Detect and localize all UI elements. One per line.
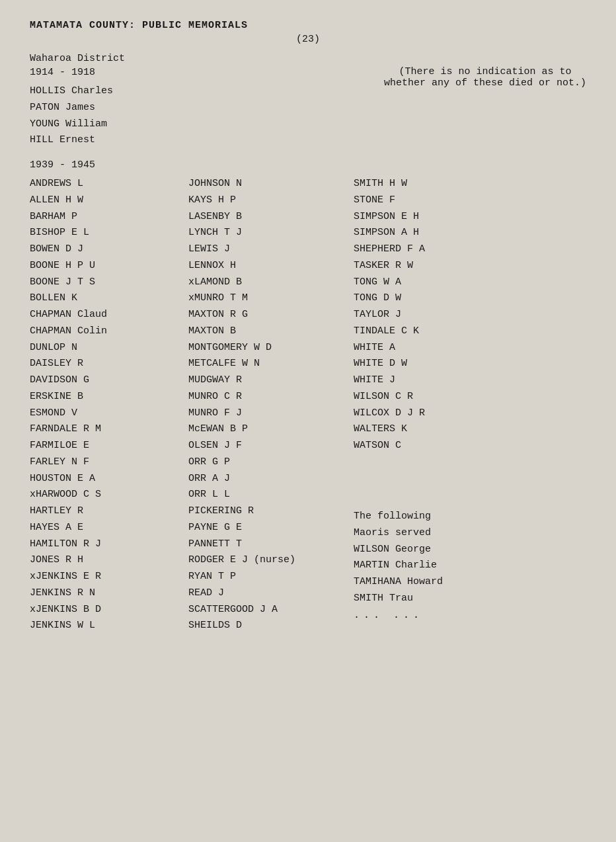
list-item: WALTERS K [354, 421, 499, 438]
list-item: SIMPSON E H [354, 209, 499, 226]
list-item: RODGER E J (nurse) [188, 552, 340, 569]
list-item: BOLLEN K [30, 290, 175, 307]
list-item: PANNETT T [188, 536, 340, 553]
note-line2: whether any of these died or not.) [384, 77, 586, 89]
list-item: xJENKINS E R [30, 569, 175, 585]
list-item: ORR A J [188, 471, 340, 487]
list-item: LENNOX H [188, 258, 340, 274]
list-item: BOONE H P U [30, 258, 175, 274]
list-item: HAYES A E [30, 520, 175, 536]
list-item: WHITE A [354, 340, 499, 357]
list-item: LASENBY B [188, 209, 340, 226]
ellipsis: ... ... [354, 610, 499, 621]
ww1-name-4: HILL Ernest [30, 132, 125, 149]
maori-name-martin-charlie: MARTIN Charlie [354, 558, 499, 574]
list-item: WATSON C [354, 438, 499, 454]
list-item: MUDGWAY R [188, 372, 340, 389]
names-grid: ANDREWS L ALLEN H W BARHAM P BISHOP E L … [30, 176, 586, 634]
list-item: DUNLOP N [30, 340, 175, 357]
list-item: CHAPMAN Claud [30, 307, 175, 323]
list-item: HOUSTON E A [30, 471, 175, 487]
district-block: Waharoa District 1914 - 1918 HOLLIS Char… [30, 53, 586, 149]
following-label-1: The following [354, 509, 499, 525]
list-item: xLAMOND B [188, 274, 340, 291]
maori-name-1: WILSON George [354, 542, 499, 558]
list-item: WHITE J [354, 372, 499, 389]
ww1-name-1: HOLLIS Charles [30, 83, 125, 100]
list-item: READ J [188, 585, 340, 602]
following-label-2: Maoris served [354, 525, 499, 542]
list-item: WHITE D W [354, 356, 499, 372]
page-container: MATAMATA COUNTY: PUBLIC MEMORIALS (23) W… [30, 20, 586, 634]
list-item: STONE F [354, 192, 499, 209]
list-item: FARMILOE E [30, 438, 175, 454]
column-3: SMITH H W STONE F SIMPSON E H SIMPSON A … [354, 176, 499, 634]
following-block: The following Maoris served [354, 509, 499, 542]
list-item: MUNRO F J [188, 405, 340, 422]
list-item: SMITH H W [354, 176, 499, 192]
list-item: RYAN T P [188, 569, 340, 585]
list-item: MONTGOMERY W D [188, 340, 340, 357]
ww1-name-2: PATON James [30, 100, 125, 116]
list-item: ORR G P [188, 454, 340, 471]
ww2-year-range: 1939 - 1945 [30, 159, 586, 171]
list-item: ERSKINE B [30, 389, 175, 405]
district-left: Waharoa District 1914 - 1918 HOLLIS Char… [30, 53, 125, 149]
note-line1: (There is no indication as to [384, 66, 586, 77]
list-item: PAYNE G E [188, 520, 340, 536]
list-item: WILCOX D J R [354, 405, 499, 422]
list-item: DAISLEY R [30, 356, 175, 372]
list-item: ORR L L [188, 487, 340, 503]
list-item: METCALFE W N [188, 356, 340, 372]
column-1: ANDREWS L ALLEN H W BARHAM P BISHOP E L … [30, 176, 175, 634]
list-item: JONES R H [30, 552, 175, 569]
page-number: (23) [30, 34, 586, 45]
list-item: SHEPHERD F A [354, 241, 499, 258]
list-item: SIMPSON A H [354, 225, 499, 241]
list-item: BOWEN D J [30, 241, 175, 258]
list-item: McEWAN B P [188, 421, 340, 438]
list-item: HAMILTON R J [30, 536, 175, 553]
list-item: LEWIS J [188, 241, 340, 258]
list-item: PICKERING R [188, 503, 340, 520]
list-item: ALLEN H W [30, 192, 175, 209]
district-name: Waharoa District [30, 53, 125, 64]
list-item: FARLEY N F [30, 454, 175, 471]
list-item: xHARWOOD C S [30, 487, 175, 503]
list-item: TASKER R W [354, 258, 499, 274]
list-item: LYNCH T J [188, 225, 340, 241]
maori-name-3: TAMIHANA Howard [354, 574, 499, 591]
list-item: MAXTON R G [188, 307, 340, 323]
list-item: ANDREWS L [30, 176, 175, 192]
list-item: OLSEN J F [188, 438, 340, 454]
list-item: BARHAM P [30, 209, 175, 226]
list-item: JENKINS R N [30, 585, 175, 602]
list-item: CHAPMAN Colin [30, 323, 175, 340]
list-item: ESMOND V [30, 405, 175, 422]
list-item: MUNRO C R [188, 389, 340, 405]
list-item: TONG D W [354, 290, 499, 307]
list-item [354, 454, 499, 471]
column-2: JOHNSON N KAYS H P LASENBY B LYNCH T J L… [188, 176, 340, 634]
ww1-name-3: YOUNG William [30, 116, 125, 133]
list-item: MAXTON B [188, 323, 340, 340]
list-item [354, 471, 499, 487]
list-item: TONG W A [354, 274, 499, 291]
list-item: BISHOP E L [30, 225, 175, 241]
page-title: MATAMATA COUNTY: PUBLIC MEMORIALS [30, 20, 586, 31]
district-note: (There is no indication as to whether an… [384, 66, 586, 89]
list-item: JENKINS W L [30, 618, 175, 634]
list-item: KAYS H P [188, 192, 340, 209]
list-item [354, 487, 499, 503]
list-item: DAVIDSON G [30, 372, 175, 389]
list-item: SCATTERGOOD J A [188, 602, 340, 618]
list-item: FARNDALE R M [30, 421, 175, 438]
maori-name-4: SMITH Trau [354, 591, 499, 607]
list-item: xMUNRO T M [188, 290, 340, 307]
list-item: BOONE J T S [30, 274, 175, 291]
list-item: JOHNSON N [188, 176, 340, 192]
list-item: TINDALE C K [354, 323, 499, 340]
list-item: TAYLOR J [354, 307, 499, 323]
ww1-year-range: 1914 - 1918 [30, 67, 125, 78]
list-item: WILSON C R [354, 389, 499, 405]
